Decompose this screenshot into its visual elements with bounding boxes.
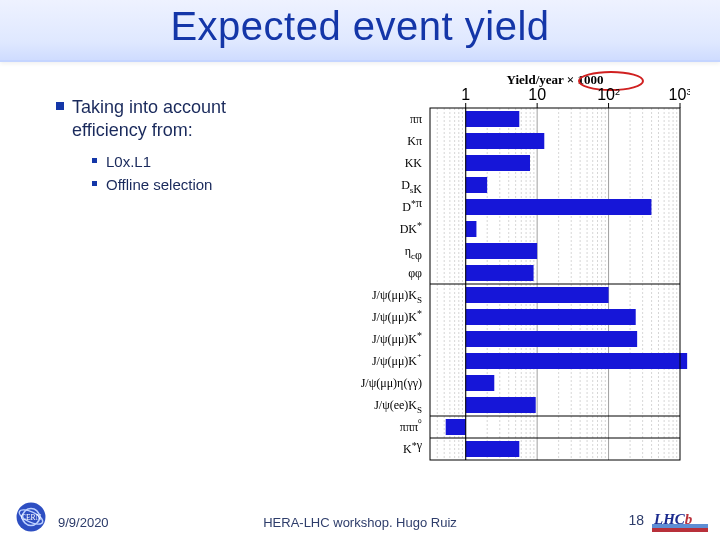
category-label: J/ψ(μμ)η(γγ) xyxy=(361,376,422,390)
category-label: Kπ xyxy=(407,134,422,148)
slide: Expected event yield Taking into account… xyxy=(0,0,720,540)
bar xyxy=(466,287,609,303)
category-label: J/ψ(μμ)K* xyxy=(372,330,422,346)
bar xyxy=(466,133,545,149)
bullet-sub-2: Offline selection xyxy=(92,174,296,197)
bar xyxy=(446,419,466,435)
category-label: KK xyxy=(405,156,423,170)
axis-tick-label: 102 xyxy=(597,86,620,103)
category-label: K*γ xyxy=(403,438,423,456)
cern-logo-icon: CERN xyxy=(14,500,48,534)
sub-bullets: L0x.L1 Offline selection xyxy=(56,151,296,196)
axis-tick-label: 10 xyxy=(528,86,546,103)
category-label: DK* xyxy=(400,220,422,236)
bar xyxy=(466,243,537,259)
svg-rect-47 xyxy=(652,528,708,532)
bar xyxy=(466,199,652,215)
yield-chart: Yield/year × 1000110102103ππKπKKDsKD*πDK… xyxy=(310,70,690,490)
category-label: DsK xyxy=(401,178,422,196)
bar xyxy=(466,441,520,457)
category-label: J/ψ(ee)KS xyxy=(374,398,422,415)
bar xyxy=(466,265,534,281)
bar xyxy=(466,221,477,237)
category-label: πππ⁰ xyxy=(400,418,422,434)
category-label: φφ xyxy=(408,266,422,280)
bullet-main: Taking into account efficiency from: xyxy=(56,96,296,141)
bar xyxy=(466,331,637,347)
category-label: ηcφ xyxy=(405,244,422,262)
category-label: J/ψ(μμ)KS xyxy=(372,288,422,305)
footer: 9/9/2020 HERA-LHC workshop. Hugo Ruiz 18 xyxy=(0,502,720,532)
svg-text:CERN: CERN xyxy=(21,513,42,522)
bar xyxy=(466,155,530,171)
category-label: D*π xyxy=(402,196,422,214)
bullet-sub-1: L0x.L1 xyxy=(92,151,296,174)
category-label: ππ xyxy=(410,112,422,126)
footer-venue: HERA-LHC workshop. Hugo Ruiz xyxy=(0,515,720,530)
axis-tick-label: 1 xyxy=(461,86,470,103)
footer-page-number: 18 xyxy=(628,512,644,528)
lhcb-logo: LHCb xyxy=(650,510,710,536)
bar xyxy=(466,353,687,369)
bullet-block: Taking into account efficiency from: L0x… xyxy=(56,96,296,196)
bar xyxy=(466,309,636,325)
bar xyxy=(466,397,536,413)
axis-tick-label: 103 xyxy=(669,86,690,103)
slide-title: Expected event yield xyxy=(0,4,720,49)
bar xyxy=(466,177,487,193)
bar xyxy=(466,111,520,127)
category-label: J/ψ(μμ)K⁺ xyxy=(372,352,422,368)
bar xyxy=(466,375,495,391)
category-label: J/ψ(μμ)K* xyxy=(372,308,422,324)
lhcb-logo-text: LHCb xyxy=(654,510,692,528)
